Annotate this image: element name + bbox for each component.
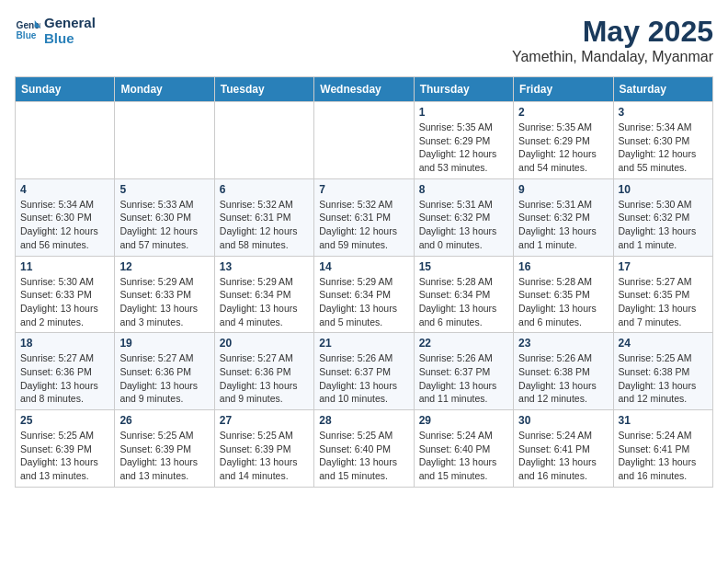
calendar-cell: 14Sunrise: 5:29 AM Sunset: 6:34 PM Dayli… xyxy=(314,256,414,333)
day-info: Sunrise: 5:28 AM Sunset: 6:35 PM Dayligh… xyxy=(518,275,608,329)
logo-general: General xyxy=(44,15,96,30)
calendar-cell xyxy=(314,102,414,179)
weekday-header: Sunday xyxy=(16,77,115,102)
day-number: 16 xyxy=(518,260,608,273)
calendar-cell: 1Sunrise: 5:35 AM Sunset: 6:29 PM Daylig… xyxy=(414,102,513,179)
calendar-cell: 31Sunrise: 5:24 AM Sunset: 6:41 PM Dayli… xyxy=(613,410,712,488)
calendar-cell: 13Sunrise: 5:29 AM Sunset: 6:34 PM Dayli… xyxy=(214,256,313,333)
calendar-table: SundayMondayTuesdayWednesdayThursdayFrid… xyxy=(15,76,713,488)
weekday-header: Friday xyxy=(514,77,613,102)
day-info: Sunrise: 5:26 AM Sunset: 6:37 PM Dayligh… xyxy=(319,351,408,406)
day-info: Sunrise: 5:28 AM Sunset: 6:34 PM Dayligh… xyxy=(419,275,508,329)
day-info: Sunrise: 5:32 AM Sunset: 6:31 PM Dayligh… xyxy=(220,198,309,252)
calendar-cell: 23Sunrise: 5:26 AM Sunset: 6:38 PM Dayli… xyxy=(514,333,613,410)
day-info: Sunrise: 5:24 AM Sunset: 6:41 PM Dayligh… xyxy=(518,429,608,483)
logo-icon: General Blue xyxy=(15,17,40,43)
day-info: Sunrise: 5:27 AM Sunset: 6:35 PM Dayligh… xyxy=(619,275,708,329)
calendar-cell: 2Sunrise: 5:35 AM Sunset: 6:29 PM Daylig… xyxy=(514,102,613,179)
calendar-cell: 3Sunrise: 5:34 AM Sunset: 6:30 PM Daylig… xyxy=(613,102,712,179)
day-info: Sunrise: 5:29 AM Sunset: 6:34 PM Dayligh… xyxy=(220,275,309,329)
day-info: Sunrise: 5:25 AM Sunset: 6:39 PM Dayligh… xyxy=(20,429,109,483)
day-number: 20 xyxy=(220,337,309,350)
day-info: Sunrise: 5:27 AM Sunset: 6:36 PM Dayligh… xyxy=(20,351,109,406)
day-number: 19 xyxy=(119,337,209,350)
day-info: Sunrise: 5:26 AM Sunset: 6:38 PM Dayligh… xyxy=(518,351,608,406)
month-title: May 2025 xyxy=(512,15,713,49)
calendar-cell: 12Sunrise: 5:29 AM Sunset: 6:33 PM Dayli… xyxy=(115,256,214,333)
day-info: Sunrise: 5:31 AM Sunset: 6:32 PM Dayligh… xyxy=(419,198,508,252)
calendar-week-row: 1Sunrise: 5:35 AM Sunset: 6:29 PM Daylig… xyxy=(16,102,713,179)
day-number: 14 xyxy=(319,260,408,273)
calendar-cell: 29Sunrise: 5:24 AM Sunset: 6:40 PM Dayli… xyxy=(414,410,513,488)
day-number: 8 xyxy=(419,183,508,196)
day-info: Sunrise: 5:26 AM Sunset: 6:37 PM Dayligh… xyxy=(419,351,508,406)
day-info: Sunrise: 5:33 AM Sunset: 6:30 PM Dayligh… xyxy=(119,198,209,252)
day-number: 9 xyxy=(518,183,608,196)
calendar-week-row: 11Sunrise: 5:30 AM Sunset: 6:33 PM Dayli… xyxy=(16,256,713,333)
day-number: 7 xyxy=(319,183,408,196)
day-number: 2 xyxy=(518,106,608,119)
title-block: May 2025 Yamethin, Mandalay, Myanmar xyxy=(512,15,713,65)
day-number: 24 xyxy=(619,337,708,350)
svg-text:Blue: Blue xyxy=(17,30,37,40)
calendar-cell: 11Sunrise: 5:30 AM Sunset: 6:33 PM Dayli… xyxy=(16,256,115,333)
day-number: 1 xyxy=(419,106,508,119)
calendar-week-row: 25Sunrise: 5:25 AM Sunset: 6:39 PM Dayli… xyxy=(16,410,713,488)
day-number: 5 xyxy=(119,183,209,196)
day-number: 27 xyxy=(220,414,309,427)
day-number: 18 xyxy=(20,337,109,350)
calendar-cell: 7Sunrise: 5:32 AM Sunset: 6:31 PM Daylig… xyxy=(314,178,414,256)
calendar-cell: 22Sunrise: 5:26 AM Sunset: 6:37 PM Dayli… xyxy=(414,333,513,410)
day-number: 17 xyxy=(619,260,708,273)
day-info: Sunrise: 5:29 AM Sunset: 6:34 PM Dayligh… xyxy=(319,275,408,329)
day-info: Sunrise: 5:25 AM Sunset: 6:38 PM Dayligh… xyxy=(619,351,708,406)
calendar-cell: 20Sunrise: 5:27 AM Sunset: 6:36 PM Dayli… xyxy=(214,333,313,410)
day-number: 30 xyxy=(518,414,608,427)
day-info: Sunrise: 5:35 AM Sunset: 6:29 PM Dayligh… xyxy=(419,121,508,175)
day-info: Sunrise: 5:29 AM Sunset: 6:33 PM Dayligh… xyxy=(119,275,209,329)
day-info: Sunrise: 5:24 AM Sunset: 6:41 PM Dayligh… xyxy=(619,429,708,483)
weekday-header: Wednesday xyxy=(314,77,414,102)
calendar-cell: 8Sunrise: 5:31 AM Sunset: 6:32 PM Daylig… xyxy=(414,178,513,256)
weekday-header: Saturday xyxy=(613,77,712,102)
day-number: 3 xyxy=(619,106,708,119)
calendar-cell: 19Sunrise: 5:27 AM Sunset: 6:36 PM Dayli… xyxy=(115,333,214,410)
calendar-cell: 25Sunrise: 5:25 AM Sunset: 6:39 PM Dayli… xyxy=(16,410,115,488)
location-title: Yamethin, Mandalay, Myanmar xyxy=(512,49,713,65)
day-number: 11 xyxy=(20,260,109,273)
day-number: 25 xyxy=(20,414,109,427)
day-number: 6 xyxy=(220,183,309,196)
day-info: Sunrise: 5:25 AM Sunset: 6:40 PM Dayligh… xyxy=(319,429,408,483)
day-info: Sunrise: 5:27 AM Sunset: 6:36 PM Dayligh… xyxy=(119,351,209,406)
calendar-week-row: 18Sunrise: 5:27 AM Sunset: 6:36 PM Dayli… xyxy=(16,333,713,410)
calendar-cell: 30Sunrise: 5:24 AM Sunset: 6:41 PM Dayli… xyxy=(514,410,613,488)
page-header: General Blue General Blue May 2025 Yamet… xyxy=(15,15,713,65)
day-info: Sunrise: 5:34 AM Sunset: 6:30 PM Dayligh… xyxy=(619,121,708,175)
day-info: Sunrise: 5:32 AM Sunset: 6:31 PM Dayligh… xyxy=(319,198,408,252)
day-number: 26 xyxy=(119,414,209,427)
day-number: 22 xyxy=(419,337,508,350)
day-number: 10 xyxy=(619,183,708,196)
day-info: Sunrise: 5:25 AM Sunset: 6:39 PM Dayligh… xyxy=(220,429,309,483)
calendar-cell xyxy=(16,102,115,179)
calendar-cell: 9Sunrise: 5:31 AM Sunset: 6:32 PM Daylig… xyxy=(514,178,613,256)
day-info: Sunrise: 5:30 AM Sunset: 6:32 PM Dayligh… xyxy=(619,198,708,252)
day-number: 4 xyxy=(20,183,109,196)
calendar-cell: 4Sunrise: 5:34 AM Sunset: 6:30 PM Daylig… xyxy=(16,178,115,256)
calendar-cell: 26Sunrise: 5:25 AM Sunset: 6:39 PM Dayli… xyxy=(115,410,214,488)
calendar-cell: 16Sunrise: 5:28 AM Sunset: 6:35 PM Dayli… xyxy=(514,256,613,333)
calendar-cell: 17Sunrise: 5:27 AM Sunset: 6:35 PM Dayli… xyxy=(613,256,712,333)
weekday-header: Tuesday xyxy=(214,77,313,102)
calendar-cell: 27Sunrise: 5:25 AM Sunset: 6:39 PM Dayli… xyxy=(214,410,313,488)
logo: General Blue General Blue xyxy=(15,15,96,46)
calendar-cell: 18Sunrise: 5:27 AM Sunset: 6:36 PM Dayli… xyxy=(16,333,115,410)
calendar-cell: 6Sunrise: 5:32 AM Sunset: 6:31 PM Daylig… xyxy=(214,178,313,256)
calendar-cell xyxy=(115,102,214,179)
day-info: Sunrise: 5:27 AM Sunset: 6:36 PM Dayligh… xyxy=(220,351,309,406)
day-number: 28 xyxy=(319,414,408,427)
day-number: 15 xyxy=(419,260,508,273)
calendar-cell: 10Sunrise: 5:30 AM Sunset: 6:32 PM Dayli… xyxy=(613,178,712,256)
calendar-cell: 21Sunrise: 5:26 AM Sunset: 6:37 PM Dayli… xyxy=(314,333,414,410)
weekday-header: Thursday xyxy=(414,77,513,102)
day-number: 29 xyxy=(419,414,508,427)
